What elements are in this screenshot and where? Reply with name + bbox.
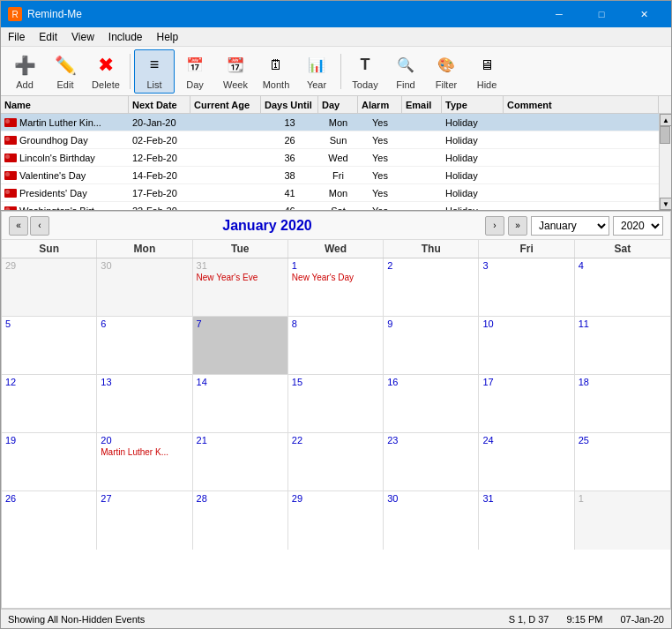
list-outer: Martin Luther Kin... 20-Jan-20 13 Mon Ye… [1, 114, 671, 210]
cal-day-cell[interactable]: 27 [97, 491, 192, 550]
day-number: 7 [197, 318, 202, 329]
nav-first-button[interactable]: « [9, 216, 28, 236]
cell-next-date: 22-Feb-20 [129, 202, 190, 210]
cal-day-cell[interactable]: 13 [97, 375, 192, 432]
delete-button[interactable]: ✖ Delete [86, 49, 126, 94]
cal-day-cell[interactable]: 14 [193, 375, 288, 432]
cal-day-cell[interactable]: 1New Year's Day [288, 258, 384, 316]
maximize-button[interactable]: □ [581, 1, 622, 27]
cal-day-cell[interactable]: 15 [288, 375, 384, 432]
list-icon: ≡ [150, 53, 160, 78]
cal-day-cell[interactable]: 26 [2, 491, 97, 550]
cal-day-cell[interactable]: 20Martin Luther K... [97, 433, 192, 490]
list-button[interactable]: ≡ List [134, 49, 175, 94]
list-row[interactable]: Presidents' Day 17-Feb-20 41 Mon Yes Hol… [1, 184, 659, 202]
list-label: List [146, 79, 161, 90]
cal-day-cell[interactable]: 6 [97, 317, 192, 374]
cell-days-until: 38 [261, 167, 318, 183]
add-button[interactable]: ➕ Add [4, 49, 45, 94]
cell-name: Washington's Birt... [1, 202, 129, 210]
cal-day-cell[interactable]: 9 [384, 317, 479, 374]
year-select[interactable]: 20182019202020212022 [613, 216, 663, 236]
cal-day-cell[interactable]: 21 [193, 433, 288, 490]
cal-day-header: Sun [2, 240, 97, 258]
cal-day-cell[interactable]: 2 [384, 258, 479, 316]
scrollbar-thumb[interactable] [660, 126, 670, 144]
day-number: 9 [387, 318, 392, 329]
list-row[interactable]: Valentine's Day 14-Feb-20 38 Fri Yes Hol… [1, 167, 659, 184]
cal-day-cell[interactable]: 11 [575, 317, 670, 374]
cal-day-cell[interactable]: 28 [193, 491, 288, 550]
year-button[interactable]: 📊 Year [296, 49, 337, 94]
cal-day-cell[interactable]: 19 [2, 433, 97, 490]
col-comment: Comment [504, 96, 659, 113]
delete-icon: ✖ [98, 53, 114, 78]
cal-day-cell[interactable]: 23 [384, 433, 479, 490]
cal-day-cell[interactable]: 24 [479, 433, 574, 490]
cal-day-cell[interactable]: 29 [2, 258, 97, 316]
cal-day-cell[interactable]: 31New Year's Eve [193, 258, 288, 316]
menu-edit[interactable]: Edit [32, 27, 64, 47]
edit-button[interactable]: ✏️ Edit [45, 49, 86, 94]
window-title: Remind-Me [27, 8, 82, 20]
menu-help[interactable]: Help [150, 27, 186, 47]
cal-day-cell[interactable]: 22 [288, 433, 384, 490]
day-number: 24 [482, 435, 493, 446]
menu-file[interactable]: File [1, 27, 32, 47]
minimize-button[interactable]: ─ [539, 1, 579, 27]
cal-day-cell[interactable]: 7 [193, 317, 288, 374]
col-next-date: Next Date [129, 96, 190, 113]
month-select[interactable]: JanuaryFebruaryMarchAprilMayJuneJulyAugu… [531, 216, 609, 236]
cal-day-cell[interactable]: 4 [575, 258, 670, 316]
cell-alarm: Yes [358, 184, 402, 201]
status-date: 07-Jan-20 [620, 614, 664, 625]
today-button[interactable]: T Today [345, 49, 385, 94]
month-label: Month [263, 79, 290, 90]
cal-day-cell[interactable]: 18 [575, 375, 670, 432]
calendar-title: January 2020 [222, 218, 311, 234]
cal-event: Martin Luther K... [101, 447, 188, 458]
scroll-up-arrow[interactable]: ▲ [660, 114, 671, 126]
find-icon: 🔍 [397, 53, 414, 78]
cell-email [402, 167, 442, 183]
close-button[interactable]: ✕ [623, 1, 664, 27]
day-button[interactable]: 📅 Day [175, 49, 215, 94]
day-number: 18 [579, 377, 589, 387]
nav-last-button[interactable]: » [508, 216, 527, 236]
day-number: 27 [101, 493, 111, 504]
cal-day-cell[interactable]: 30 [384, 491, 479, 550]
hide-button[interactable]: 🖥 Hide [467, 49, 507, 94]
cal-day-cell[interactable]: 10 [479, 317, 574, 374]
list-scrollbar[interactable]: ▲ ▼ [659, 114, 671, 210]
cal-day-cell[interactable]: 1 [575, 491, 670, 550]
cal-day-cell[interactable]: 5 [2, 317, 97, 374]
nav-prev-button[interactable]: ‹ [30, 216, 49, 236]
find-button[interactable]: 🔍 Find [385, 49, 426, 94]
menu-include[interactable]: Include [101, 27, 150, 47]
cal-day-cell[interactable]: 29 [288, 491, 384, 550]
cal-day-cell[interactable]: 8 [288, 317, 384, 374]
day-number: 29 [292, 493, 302, 504]
cell-next-date: 17-Feb-20 [129, 184, 190, 201]
cal-day-cell[interactable]: 30 [97, 258, 192, 316]
cal-day-cell[interactable]: 12 [2, 375, 97, 432]
menu-view[interactable]: View [64, 27, 101, 47]
cal-week: 12131415161718 [2, 375, 670, 433]
month-button[interactable]: 🗓 Month [256, 49, 296, 94]
filter-button[interactable]: 🎨 Filter [426, 49, 467, 94]
list-row[interactable]: Washington's Birt... 22-Feb-20 46 Sat Ye… [1, 202, 659, 210]
cell-current-age [190, 149, 261, 166]
cal-day-cell[interactable]: 17 [479, 375, 574, 432]
nav-next-button[interactable]: › [485, 216, 504, 236]
cal-day-cell[interactable]: 16 [384, 375, 479, 432]
day-icon: 📅 [186, 53, 204, 78]
scroll-down-arrow[interactable]: ▼ [660, 198, 671, 210]
week-button[interactable]: 📆 Week [215, 49, 256, 94]
cal-day-cell[interactable]: 3 [479, 258, 574, 316]
main-window: R Remind-Me ─ □ ✕ File Edit View Include… [0, 0, 672, 629]
list-row[interactable]: Martin Luther Kin... 20-Jan-20 13 Mon Ye… [1, 114, 659, 131]
cal-day-cell[interactable]: 31 [479, 491, 574, 550]
list-row[interactable]: Lincoln's Birthday 12-Feb-20 36 Wed Yes … [1, 149, 659, 167]
cal-day-cell[interactable]: 25 [575, 433, 670, 490]
list-row[interactable]: Groundhog Day 02-Feb-20 26 Sun Yes Holid… [1, 131, 659, 149]
